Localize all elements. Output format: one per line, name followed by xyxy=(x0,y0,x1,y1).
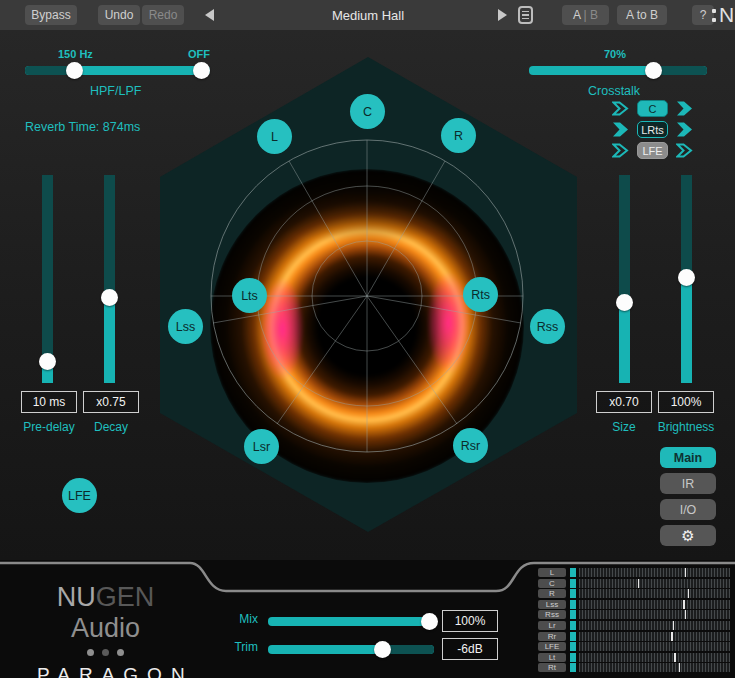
size-handle[interactable] xyxy=(616,294,633,311)
predelay-handle[interactable] xyxy=(39,353,56,370)
speaker-node-rts[interactable]: Rts xyxy=(463,277,498,312)
meter-peak-marker xyxy=(685,610,687,619)
decay-handle[interactable] xyxy=(101,289,118,306)
trim-label: Trim xyxy=(228,640,258,654)
brand-dots-icon xyxy=(28,649,183,656)
speaker-node-c[interactable]: C xyxy=(350,94,385,129)
trim-slider[interactable] xyxy=(268,645,434,654)
meter-level-block xyxy=(570,663,576,672)
meter-channel-label: Rss xyxy=(538,610,566,619)
route-out-chevron-icon[interactable] xyxy=(676,122,693,137)
hpf-lpf-slider[interactable] xyxy=(25,66,210,75)
predelay-value[interactable]: 10 ms xyxy=(21,391,77,413)
meter-peak-marker xyxy=(679,663,681,672)
decay-value[interactable]: x0.75 xyxy=(83,391,139,413)
size-value[interactable]: x0.70 xyxy=(596,391,652,413)
routing-button-lrts[interactable]: LRts xyxy=(637,121,668,138)
meter-level-block xyxy=(570,568,576,577)
mix-slider[interactable] xyxy=(268,617,434,626)
speaker-node-lts[interactable]: Lts xyxy=(232,278,267,313)
meter-row-rr: Rr xyxy=(538,632,730,641)
bottom-bar: NUGEN Audio PARAGON Mix 100% Trim -6dB L… xyxy=(0,560,735,678)
speaker-node-rsr[interactable]: Rsr xyxy=(453,428,488,463)
product-name: PARAGON xyxy=(28,664,183,678)
meter-peak-marker xyxy=(674,653,676,662)
brand-name: NUGEN Audio xyxy=(28,582,183,644)
gear-icon: ⚙ xyxy=(681,527,694,544)
route-in-chevron-icon[interactable] xyxy=(612,101,629,116)
mix-value[interactable]: 100% xyxy=(442,610,498,632)
speaker-node-lsr[interactable]: Lsr xyxy=(244,429,279,464)
routing-matrix: C LRts LFE xyxy=(612,100,693,159)
route-in-chevron-icon[interactable] xyxy=(612,122,629,137)
size-slider[interactable] xyxy=(619,175,630,383)
tab-main[interactable]: Main xyxy=(660,447,716,468)
preset-list-icon[interactable] xyxy=(518,6,533,24)
main-panel: C L R Lts Rts Lss Rss Lsr Rsr LFE 150 Hz… xyxy=(0,30,735,560)
lfe-node[interactable]: LFE xyxy=(62,478,97,513)
meter-row-lt: Lt xyxy=(538,653,730,662)
hpf-handle[interactable] xyxy=(66,62,83,79)
meter-segments xyxy=(579,632,730,641)
trim-handle[interactable] xyxy=(374,641,391,658)
meter-channel-label: Lss xyxy=(538,600,566,609)
hpf-value-label: 150 Hz xyxy=(58,48,93,60)
route-out-chevron-icon[interactable] xyxy=(676,101,693,116)
decay-label: Decay xyxy=(83,420,139,434)
meter-segments xyxy=(579,589,730,598)
routing-row-lfe: LFE xyxy=(612,142,693,159)
meter-channel-label: LFE xyxy=(538,642,566,651)
speaker-node-r[interactable]: R xyxy=(441,118,476,153)
brightness-slider[interactable] xyxy=(681,175,692,383)
crosstalk-label: Crosstalk xyxy=(588,84,640,98)
route-out-chevron-icon[interactable] xyxy=(676,143,693,158)
ab-compare-button[interactable]: A | B xyxy=(562,5,609,25)
meter-level-block xyxy=(570,610,576,619)
help-button[interactable]: ? xyxy=(692,5,714,25)
settings-button[interactable]: ⚙ xyxy=(660,525,716,546)
routing-button-c[interactable]: C xyxy=(637,100,668,117)
route-in-chevron-icon[interactable] xyxy=(612,143,629,158)
meter-row-rss: Rss xyxy=(538,610,730,619)
meter-row-lfe: LFE xyxy=(538,642,730,651)
speaker-node-rss[interactable]: Rss xyxy=(530,309,565,344)
lpf-handle[interactable] xyxy=(193,62,210,79)
meter-level-block xyxy=(570,632,576,641)
meter-peak-marker xyxy=(683,600,685,609)
crosstalk-slider[interactable] xyxy=(529,66,707,75)
redo-button[interactable]: Redo xyxy=(142,5,184,25)
meter-level-block xyxy=(570,589,576,598)
meter-channel-label: R xyxy=(538,589,566,598)
crosstalk-handle[interactable] xyxy=(645,62,662,79)
tab-io[interactable]: I/O xyxy=(660,499,716,520)
meter-row-lss: Lss xyxy=(538,600,730,609)
next-preset-icon[interactable] xyxy=(498,9,507,21)
meter-row-lr: Lr xyxy=(538,621,730,630)
meter-peak-marker xyxy=(638,579,640,588)
routing-button-lfe[interactable]: LFE xyxy=(637,142,668,159)
meter-level-block xyxy=(570,579,576,588)
speaker-node-l[interactable]: L xyxy=(257,119,292,154)
mix-handle[interactable] xyxy=(421,613,438,630)
meter-channel-label: C xyxy=(538,579,566,588)
predelay-label: Pre-delay xyxy=(21,420,77,434)
trim-value[interactable]: -6dB xyxy=(442,638,498,660)
a-to-b-button[interactable]: A to B xyxy=(617,5,667,25)
speaker-node-lss[interactable]: Lss xyxy=(168,309,203,344)
meter-channel-label: Rr xyxy=(538,632,566,641)
meter-segments xyxy=(579,621,730,630)
decay-slider[interactable] xyxy=(104,175,115,383)
brightness-handle[interactable] xyxy=(678,269,695,286)
hpf-lpf-label: HPF/LPF xyxy=(90,84,141,98)
meter-peak-marker xyxy=(685,568,687,577)
mix-label: Mix xyxy=(228,612,258,626)
meter-row-rt: Rt xyxy=(538,663,730,672)
previous-preset-icon[interactable] xyxy=(205,9,214,21)
meter-segments xyxy=(579,600,730,609)
brightness-value[interactable]: 100% xyxy=(658,391,714,413)
tab-ir[interactable]: IR xyxy=(660,473,716,494)
undo-button[interactable]: Undo xyxy=(98,5,140,25)
meter-peak-marker xyxy=(688,589,690,598)
predelay-slider[interactable] xyxy=(42,175,53,383)
bypass-button[interactable]: Bypass xyxy=(25,5,77,25)
